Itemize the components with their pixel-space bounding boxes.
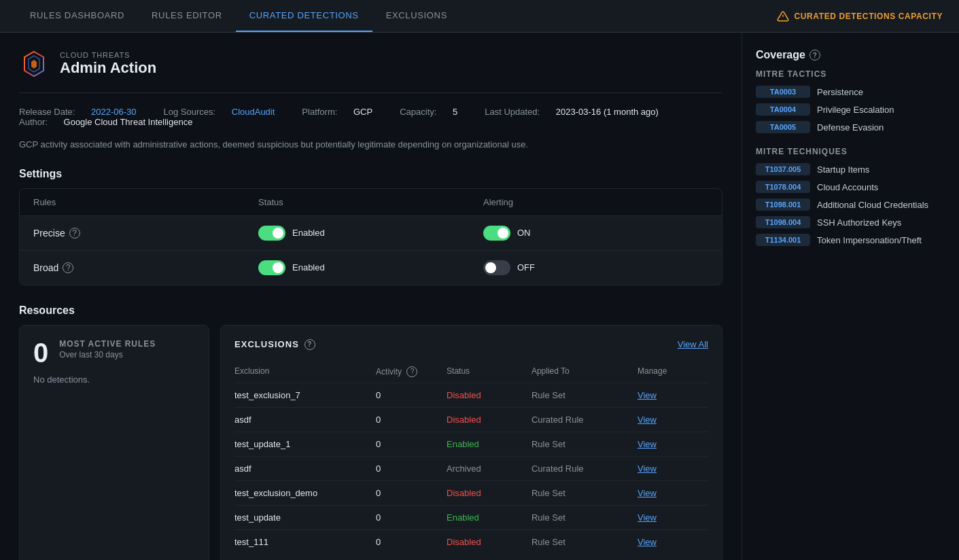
author-value: Google Cloud Threat Intelligence — [64, 117, 193, 127]
precise-alert-toggle[interactable] — [483, 226, 510, 241]
table-row: test_exclusion_demo 0 Disabled Rule Set … — [234, 481, 708, 506]
col-rules: Rules — [33, 197, 258, 207]
coverage-help-icon[interactable]: ? — [809, 50, 820, 60]
exclusion-applied-to: Curated Rule — [531, 415, 638, 425]
mitre-technique-item: T1078.004 Cloud Accounts — [756, 181, 945, 193]
tab-rules-dashboard[interactable]: RULES DASHBOARD — [16, 0, 138, 32]
precise-help-icon[interactable]: ? — [69, 228, 80, 239]
warning-icon — [777, 10, 789, 22]
activity-col-header: Activity ? — [376, 366, 447, 377]
view-all-link[interactable]: View All — [678, 339, 708, 349]
exclusion-view-link[interactable]: View — [638, 439, 708, 449]
capacity-label: Capacity: 5 — [400, 107, 471, 117]
exclusion-view-link[interactable]: View — [638, 390, 708, 400]
precise-status-label: Enabled — [292, 228, 325, 238]
exclusion-view-link[interactable]: View — [638, 488, 708, 498]
precise-status-group: Enabled — [258, 226, 483, 241]
mitre-technique-label: SSH Authorized Keys — [817, 217, 901, 228]
most-active-text: MOST ACTIVE RULES Over last 30 days — [59, 339, 156, 360]
tab-rules-editor[interactable]: RULES EDITOR — [138, 0, 236, 32]
exclusion-name: test_exclusion_demo — [234, 488, 376, 498]
exclusion-applied-to: Rule Set — [531, 488, 638, 498]
author-label: Author: Google Cloud Threat Intelligence — [19, 117, 206, 127]
mitre-technique-label: Token Impersonation/Theft — [817, 235, 922, 245]
settings-table: Rules Status Alerting Precise ? Enabled — [19, 188, 722, 285]
resources-grid: 0 MOST ACTIVE RULES Over last 30 days No… — [19, 325, 722, 561]
mitre-tactics-title: MITRE Tactics — [756, 69, 945, 79]
broad-alert-toggle[interactable] — [483, 260, 510, 275]
mitre-technique-label: Cloud Accounts — [817, 182, 878, 192]
exclusion-status: Archived — [447, 463, 531, 474]
release-date-label: Release Date: 2022-06-30 — [19, 107, 150, 117]
mitre-technique-label: Additional Cloud Credentials — [817, 200, 928, 210]
most-active-count: 0 — [33, 339, 48, 366]
exclusion-activity: 0 — [376, 537, 447, 547]
mitre-technique-item: T1098.001 Additional Cloud Credentials — [756, 198, 945, 211]
exclusions-title-group: EXCLUSIONS ? — [234, 339, 315, 350]
tab-exclusions[interactable]: EXCLUSIONS — [372, 0, 461, 32]
activity-help-icon[interactable]: ? — [406, 366, 417, 377]
exclusion-activity: 0 — [376, 512, 447, 523]
exclusion-view-link[interactable]: View — [638, 512, 708, 523]
app-logo — [19, 49, 49, 79]
mitre-technique-tag[interactable]: T1098.004 — [756, 216, 810, 228]
exclusion-name: test_111 — [234, 537, 376, 547]
capacity-warning[interactable]: CURATED DETECTIONS CAPACITY — [777, 10, 943, 22]
mitre-technique-tag[interactable]: T1098.001 — [756, 198, 810, 211]
exclusions-help-icon[interactable]: ? — [304, 339, 315, 350]
exclusion-applied-to: Rule Set — [531, 537, 638, 547]
no-detections: No detections. — [33, 374, 195, 385]
category-label: CLOUD THREATS — [60, 51, 156, 59]
mitre-technique-tag[interactable]: T1037.005 — [756, 163, 810, 175]
table-row: test_update 0 Enabled Rule Set View — [234, 506, 708, 530]
mitre-technique-tag[interactable]: T1078.004 — [756, 181, 810, 193]
mitre-tactic-tag[interactable]: TA0004 — [756, 103, 810, 116]
exclusion-view-link[interactable]: View — [638, 537, 708, 547]
precise-status-toggle[interactable] — [258, 226, 285, 241]
main-content: CLOUD THREATS Admin Action Release Date:… — [0, 33, 959, 560]
mitre-tactic-tag[interactable]: TA0003 — [756, 86, 810, 98]
exclusion-status: Enabled — [447, 439, 531, 449]
precise-alert-label: ON — [517, 228, 531, 238]
exclusion-applied-to: Rule Set — [531, 512, 638, 523]
mitre-tactic-item: TA0003 Persistence — [756, 86, 945, 98]
mitre-technique-item: T1037.005 Startup Items — [756, 163, 945, 175]
settings-header: Rules Status Alerting — [20, 189, 722, 216]
exclusion-applied-to: Curated Rule — [531, 463, 638, 474]
right-panel: Coverage ? MITRE Tactics TA0003 Persiste… — [742, 33, 959, 560]
log-sources-label: Log Sources: CloudAudit — [164, 107, 289, 117]
mitre-technique-label: Startup Items — [817, 164, 869, 175]
exclusion-activity: 0 — [376, 439, 447, 449]
most-active-card: 0 MOST ACTIVE RULES Over last 30 days No… — [19, 325, 209, 561]
rule-name-precise: Precise ? — [33, 228, 258, 239]
tab-curated-detections[interactable]: CURATED DETECTIONS — [236, 0, 372, 32]
exclusion-name: asdf — [234, 463, 376, 474]
resources-title: Resources — [19, 304, 722, 317]
broad-status-group: Enabled — [258, 260, 483, 275]
last-updated-value: 2023-03-16 (1 month ago) — [556, 107, 659, 117]
exclusion-view-link[interactable]: View — [638, 463, 708, 474]
mitre-technique-item: T1134.001 Token Impersonation/Theft — [756, 234, 945, 246]
page-header: CLOUD THREATS Admin Action — [19, 49, 722, 93]
table-row: asdf 0 Disabled Curated Rule View — [234, 408, 708, 432]
mitre-tactic-label: Persistence — [817, 87, 863, 97]
table-row: test_exclusion_7 0 Disabled Rule Set Vie… — [234, 383, 708, 408]
nav-tabs: RULES DASHBOARD RULES EDITOR CURATED DET… — [16, 0, 461, 32]
log-sources-value: CloudAudit — [232, 107, 275, 117]
exclusions-table-header: Exclusion Activity ? Status Applied To M… — [234, 361, 708, 383]
settings-row-broad: Broad ? Enabled OFF — [20, 251, 722, 285]
table-row: test_111 0 Disabled Rule Set View — [234, 530, 708, 554]
mitre-technique-tag[interactable]: T1134.001 — [756, 234, 810, 246]
platform-value: GCP — [353, 107, 372, 117]
exclusion-status: Disabled — [447, 537, 531, 547]
settings-title: Settings — [19, 168, 722, 180]
broad-help-icon[interactable]: ? — [63, 262, 73, 273]
exclusion-view-link[interactable]: View — [638, 415, 708, 425]
mitre-tactic-tag[interactable]: TA0005 — [756, 121, 810, 133]
broad-alert-group: OFF — [483, 260, 708, 275]
top-navigation: RULES DASHBOARD RULES EDITOR CURATED DET… — [0, 0, 959, 33]
broad-status-toggle[interactable] — [258, 260, 285, 275]
last-updated-label: Last Updated: 2023-03-16 (1 month ago) — [485, 107, 672, 117]
svg-marker-4 — [31, 60, 37, 69]
broad-alert-label: OFF — [517, 262, 535, 273]
